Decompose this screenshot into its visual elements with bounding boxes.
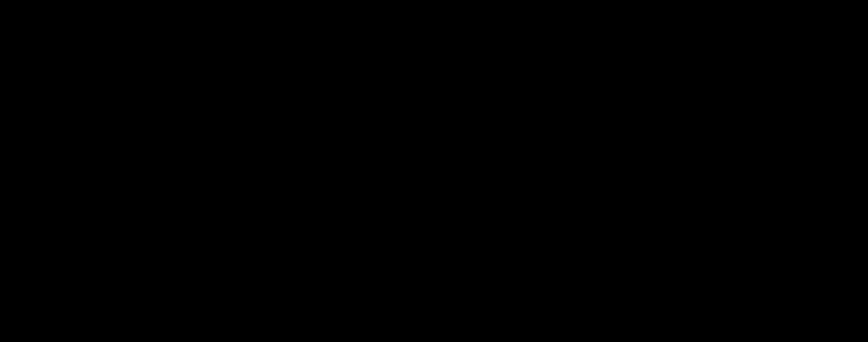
sitemap-diagram: [0, 0, 868, 342]
